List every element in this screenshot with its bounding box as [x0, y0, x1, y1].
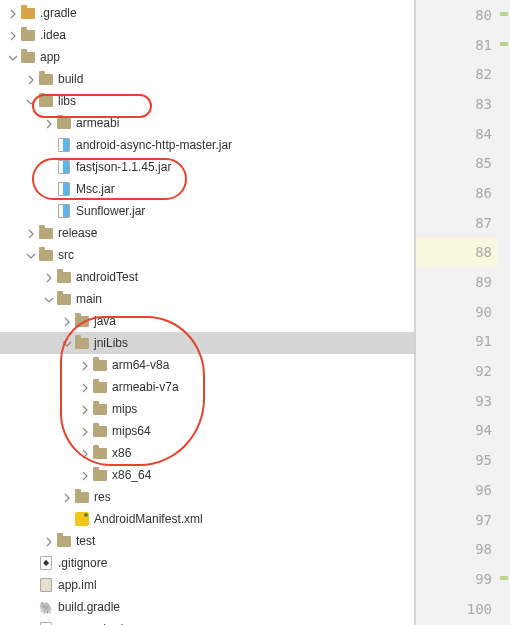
chevron-right-icon[interactable] — [44, 272, 54, 282]
gutter-line-number[interactable]: 87 — [416, 208, 510, 238]
folder-icon — [21, 8, 35, 19]
tree-item-label: arm64-v8a — [112, 358, 169, 372]
gutter-line-number[interactable]: 91 — [416, 327, 510, 357]
tree-row[interactable]: proguard-rules.pro — [0, 618, 414, 625]
tree-item-label: app — [40, 50, 60, 64]
chevron-right-icon[interactable] — [80, 470, 90, 480]
tree-item-icon — [38, 555, 54, 571]
tree-row[interactable]: x86 — [0, 442, 414, 464]
chevron-right-icon[interactable] — [80, 426, 90, 436]
tree-item-label: x86 — [112, 446, 131, 460]
chevron-right-icon[interactable] — [80, 360, 90, 370]
gutter-line-number[interactable]: 100 — [416, 594, 510, 624]
tree-row[interactable]: mips — [0, 398, 414, 420]
gutter-line-number[interactable]: 90 — [416, 297, 510, 327]
chevron-down-icon[interactable] — [26, 250, 36, 260]
chevron-down-icon[interactable] — [62, 338, 72, 348]
gutter-line-number[interactable]: 99 — [416, 564, 510, 594]
gutter-line-number[interactable]: 89 — [416, 267, 510, 297]
jar-icon — [58, 160, 70, 174]
tree-item-icon — [92, 357, 108, 373]
chevron-right-icon[interactable] — [62, 316, 72, 326]
tree-row[interactable]: test — [0, 530, 414, 552]
project-tree-panel: .gradle.ideaappbuildlibsarmeabiandroid-a… — [0, 0, 415, 625]
gutter-line-number[interactable]: 82 — [416, 59, 510, 89]
tree-item-icon — [92, 423, 108, 439]
tree-row[interactable]: androidTest — [0, 266, 414, 288]
tree-row[interactable]: armeabi-v7a — [0, 376, 414, 398]
folder-icon — [39, 250, 53, 261]
gutter-line-number[interactable]: 84 — [416, 119, 510, 149]
gutter-line-number[interactable]: 97 — [416, 505, 510, 535]
chevron-right-icon[interactable] — [62, 492, 72, 502]
tree-row[interactable]: arm64-v8a — [0, 354, 414, 376]
tree-row[interactable]: java — [0, 310, 414, 332]
tree-row[interactable]: app.iml — [0, 574, 414, 596]
chevron-down-icon[interactable] — [26, 96, 36, 106]
tree-row[interactable]: libs — [0, 90, 414, 112]
tree-row[interactable]: jniLibs — [0, 332, 414, 354]
chevron-right-icon[interactable] — [8, 8, 18, 18]
chevron-right-icon[interactable] — [80, 448, 90, 458]
chevron-right-icon[interactable] — [26, 228, 36, 238]
tree-item-icon: 🐘 — [38, 599, 54, 615]
tree-row[interactable]: .gitignore — [0, 552, 414, 574]
tree-row[interactable]: Msc.jar — [0, 178, 414, 200]
tree-row[interactable]: app — [0, 46, 414, 68]
tree-row[interactable]: .gradle — [0, 2, 414, 24]
gutter-line-number[interactable]: 83 — [416, 89, 510, 119]
tree-row[interactable]: fastjson-1.1.45.jar — [0, 156, 414, 178]
tree-row[interactable]: src — [0, 244, 414, 266]
tree-row[interactable]: Sunflower.jar — [0, 200, 414, 222]
gutter-line-number[interactable]: 95 — [416, 445, 510, 475]
tree-row[interactable]: release — [0, 222, 414, 244]
chevron-right-icon[interactable] — [8, 30, 18, 40]
gutter-line-number[interactable]: 86 — [416, 178, 510, 208]
tree-row[interactable]: main — [0, 288, 414, 310]
chevron-down-icon[interactable] — [8, 52, 18, 62]
folder-icon — [21, 30, 35, 41]
tree-row[interactable]: 🐘build.gradle — [0, 596, 414, 618]
tree-row[interactable]: build — [0, 68, 414, 90]
gutter-line-number[interactable]: 93 — [416, 386, 510, 416]
folder-icon — [75, 492, 89, 503]
folder-icon — [57, 294, 71, 305]
chevron-right-icon[interactable] — [44, 536, 54, 546]
tree-item-label: mips64 — [112, 424, 151, 438]
tree-item-label: android-async-http-master.jar — [76, 138, 232, 152]
tree-row[interactable]: res — [0, 486, 414, 508]
chevron-down-icon[interactable] — [44, 294, 54, 304]
tree-row[interactable]: AndroidManifest.xml — [0, 508, 414, 530]
gutter-line-number[interactable]: 88 — [416, 238, 510, 268]
tree-item-icon — [56, 203, 72, 219]
tree-item-icon — [20, 27, 36, 43]
chevron-right-icon[interactable] — [26, 74, 36, 84]
tree-row[interactable]: .idea — [0, 24, 414, 46]
tree-row[interactable]: android-async-http-master.jar — [0, 134, 414, 156]
tree-row[interactable]: armeabi — [0, 112, 414, 134]
tree-item-icon — [92, 445, 108, 461]
tree-item-label: Msc.jar — [76, 182, 115, 196]
gutter-line-number[interactable]: 98 — [416, 534, 510, 564]
tree-row[interactable]: mips64 — [0, 420, 414, 442]
gutter-line-number[interactable]: 92 — [416, 356, 510, 386]
tree-item-icon — [56, 181, 72, 197]
tree-item-icon — [56, 533, 72, 549]
gutter-line-number[interactable]: 80 — [416, 0, 510, 30]
folder-icon — [93, 448, 107, 459]
chevron-right-icon[interactable] — [80, 382, 90, 392]
iml-icon — [40, 578, 52, 592]
gutter-line-number[interactable]: 94 — [416, 416, 510, 446]
folder-icon — [93, 426, 107, 437]
gutter-line-number[interactable]: 85 — [416, 148, 510, 178]
chevron-right-icon[interactable] — [80, 404, 90, 414]
folder-icon — [75, 338, 89, 349]
gutter-line-number[interactable]: 81 — [416, 30, 510, 60]
tree-row[interactable]: x86_64 — [0, 464, 414, 486]
tree-item-icon — [74, 511, 90, 527]
tree-item-label: Sunflower.jar — [76, 204, 145, 218]
chevron-right-icon[interactable] — [44, 118, 54, 128]
gutter-line-number[interactable]: 96 — [416, 475, 510, 505]
tree-item-label: armeabi-v7a — [112, 380, 179, 394]
folder-icon — [39, 228, 53, 239]
